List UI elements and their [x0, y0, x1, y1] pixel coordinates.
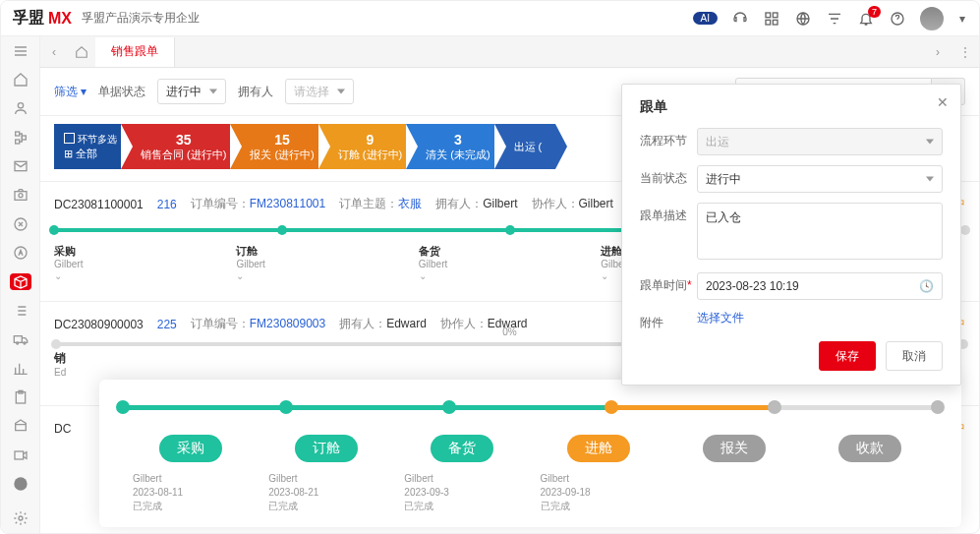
- orderno-label: 订单编号：: [191, 317, 250, 330]
- pipeline-step-clearance[interactable]: 3清关 (未完成): [406, 124, 503, 169]
- truck-icon[interactable]: [10, 331, 31, 348]
- svg-rect-0: [766, 13, 771, 18]
- gear-icon[interactable]: [10, 510, 31, 527]
- order-no[interactable]: FM230809003: [250, 317, 325, 330]
- stage-select[interactable]: 出运: [697, 128, 943, 155]
- step-label: 出运 (: [514, 140, 543, 154]
- back-icon[interactable]: ‹: [40, 38, 68, 66]
- apps-icon[interactable]: [763, 10, 780, 28]
- svg-point-6: [18, 103, 23, 108]
- pipeline-step-shipping[interactable]: 出运 (: [494, 124, 556, 169]
- camera-icon[interactable]: [10, 187, 31, 204]
- step-label: 订舱 (进行中): [338, 148, 402, 162]
- stage-pill[interactable]: 备货: [431, 435, 493, 462]
- main-layout: ‹ 销售跟单 › ⋮ 筛选 ▾ 单据状态 进行中 拥有人 请选择 环节多选 ⊞: [1, 36, 979, 533]
- clock-icon: 🕓: [919, 279, 934, 293]
- orderno-label: 订单编号：: [191, 197, 250, 210]
- tab-next-icon[interactable]: ›: [924, 38, 951, 66]
- top-header: 孚盟 MX 孚盟产品演示专用企业 AI 7 ▾: [1, 1, 979, 36]
- bell-icon[interactable]: 7: [857, 10, 875, 28]
- svg-rect-11: [15, 192, 27, 201]
- order-dc: DC: [54, 422, 71, 436]
- step-label: 清关 (未完成): [426, 148, 490, 162]
- order-dc: DC23080900003: [54, 318, 144, 331]
- box-icon[interactable]: [10, 273, 31, 290]
- pipeline-all[interactable]: 环节多选 ⊞ 全部: [54, 124, 131, 169]
- tab-more-icon[interactable]: ⋮: [951, 38, 979, 66]
- chevron-down-icon[interactable]: ▾: [957, 10, 967, 28]
- notification-badge: 7: [868, 6, 881, 18]
- headset-icon[interactable]: [731, 10, 749, 28]
- tab-sales-tracking[interactable]: 销售跟单: [95, 37, 175, 67]
- globe-icon[interactable]: [794, 10, 812, 28]
- filter-toggle[interactable]: 筛选 ▾: [54, 84, 86, 100]
- tracking-modal: ✕ 跟单 流程环节 出运 当前状态 进行中 跟单描述 已入仓 跟单时间* 202…: [621, 84, 961, 386]
- pipeline-step-customs[interactable]: 15报关 (进行中): [230, 124, 327, 169]
- filter-icon[interactable]: [826, 10, 843, 28]
- svg-rect-20: [15, 451, 24, 459]
- video-icon[interactable]: [10, 446, 31, 463]
- save-button[interactable]: 保存: [819, 341, 876, 371]
- stage-detail: Gilbert2023-09-3已完成: [394, 472, 530, 513]
- status-select[interactable]: 进行中: [697, 165, 943, 193]
- compass-icon[interactable]: [10, 215, 31, 232]
- stage-pill[interactable]: 进舱: [567, 435, 630, 462]
- clipboard-icon[interactable]: [10, 388, 31, 405]
- order-no[interactable]: FM230811001: [250, 197, 325, 210]
- stage-owner: Gilbert: [236, 259, 418, 269]
- owner-select[interactable]: 请选择: [285, 79, 354, 104]
- order-dc: DC23081100001: [54, 198, 144, 211]
- stage-pill[interactable]: 收款: [838, 435, 901, 462]
- help-icon[interactable]: [889, 10, 906, 28]
- status-label: 单据状态: [98, 84, 145, 100]
- header-icons: AI 7 ▾: [693, 7, 967, 30]
- owner-label: 拥有人: [238, 84, 273, 100]
- stage-owner: Gilbert: [54, 259, 236, 269]
- svg-rect-7: [15, 132, 19, 136]
- tab-row: ‹ 销售跟单 › ⋮: [40, 36, 979, 68]
- whatsapp-icon[interactable]: [10, 475, 31, 492]
- pipeline-step-contract[interactable]: 35销售合同 (进行中): [121, 124, 240, 169]
- stage-pill[interactable]: 报关: [703, 435, 766, 462]
- chart-icon[interactable]: [10, 360, 31, 377]
- datetime-input[interactable]: 2023-08-23 10:19🕓: [697, 272, 943, 300]
- stage-owner: Gilbert: [419, 259, 601, 269]
- user-icon[interactable]: [10, 100, 31, 117]
- svg-rect-2: [766, 20, 771, 25]
- menu-icon[interactable]: [10, 42, 31, 59]
- modal-title: 跟单: [640, 98, 943, 116]
- status-select[interactable]: 进行中: [157, 79, 226, 104]
- order-subject[interactable]: 衣服: [398, 197, 422, 210]
- ai-badge[interactable]: AI: [693, 12, 718, 25]
- close-icon[interactable]: ✕: [937, 94, 949, 110]
- chevron-down-icon[interactable]: ⌄: [236, 270, 418, 281]
- desc-textarea[interactable]: 已入仓: [697, 203, 943, 260]
- stage-pill[interactable]: 订舱: [295, 435, 358, 462]
- content-area: ‹ 销售跟单 › ⋮ 筛选 ▾ 单据状态 进行中 拥有人 请选择 环节多选 ⊞: [40, 36, 979, 533]
- attach-link[interactable]: 选择文件: [697, 311, 744, 325]
- home-tab-icon[interactable]: [68, 38, 95, 66]
- overlay-line: [123, 397, 938, 417]
- home-icon[interactable]: [10, 71, 31, 88]
- collab-label: 协作人：: [532, 197, 579, 210]
- chevron-down-icon[interactable]: ⌄: [419, 270, 601, 281]
- step-label: 销售合同 (进行中): [141, 148, 226, 162]
- progress-pct: 0%: [502, 326, 516, 337]
- collab-val: Gilbert: [579, 197, 613, 210]
- owner-val: Gilbert: [483, 197, 517, 210]
- circle-a-icon[interactable]: [10, 245, 31, 262]
- stage-label: 流程环节: [640, 128, 697, 149]
- owner-val: Edward: [386, 317, 427, 330]
- wallet-icon[interactable]: [10, 418, 31, 435]
- pipeline-step-booking[interactable]: 9订舱 (进行中): [318, 124, 416, 169]
- org-icon[interactable]: [10, 129, 31, 146]
- step-count: 15: [274, 132, 290, 148]
- own-label: 拥有人：: [339, 317, 386, 330]
- stage-pill[interactable]: 采购: [159, 435, 222, 462]
- logo-area: 孚盟 MX 孚盟产品演示专用企业: [13, 8, 200, 29]
- list-icon[interactable]: [10, 302, 31, 319]
- cancel-button[interactable]: 取消: [886, 341, 943, 371]
- chevron-down-icon[interactable]: ⌄: [54, 270, 236, 281]
- avatar[interactable]: [920, 7, 944, 30]
- mail-icon[interactable]: [10, 157, 31, 174]
